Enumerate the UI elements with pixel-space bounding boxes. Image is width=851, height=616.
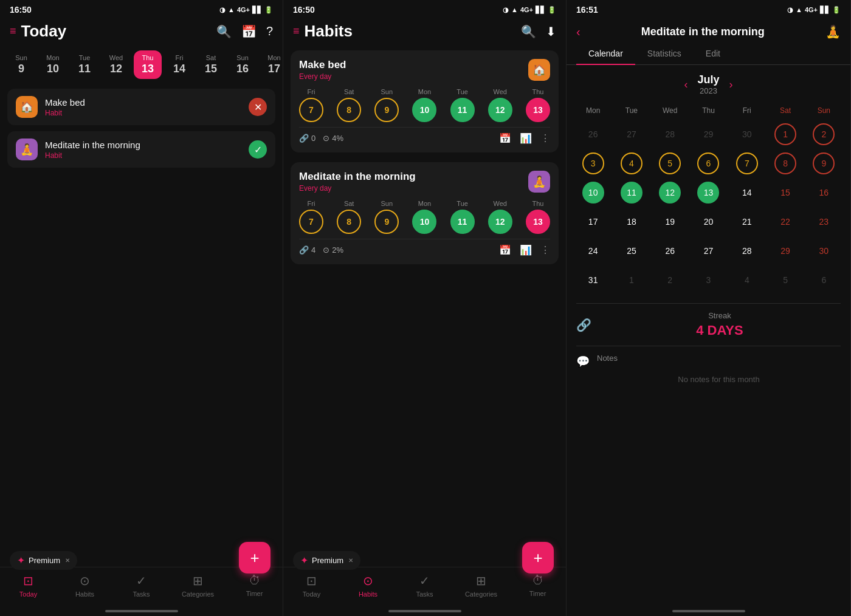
more-footer-icon-2[interactable]: ⋮ (540, 244, 550, 256)
cell-6-next-sun[interactable]: 6 (805, 267, 843, 293)
cell-1-next[interactable]: 1 (612, 267, 650, 293)
tab-statistics[interactable]: Statistics (635, 43, 694, 64)
cell-12[interactable]: 12 (651, 179, 689, 206)
tab-edit[interactable]: Edit (694, 43, 732, 64)
date-mon-10[interactable]: Mon 10 (39, 50, 67, 79)
cell-30-other[interactable]: 30 (728, 121, 766, 148)
cell-29-sat[interactable]: 29 (766, 238, 804, 264)
cell-5[interactable]: 5 (651, 150, 689, 177)
next-month-button[interactable]: › (729, 78, 733, 91)
stats-footer-icon-2[interactable]: 📊 (520, 244, 532, 256)
make-bed-check[interactable]: ✕ (249, 98, 267, 116)
cell-30-sun[interactable]: 30 (805, 238, 843, 264)
cell-14[interactable]: 14 (728, 179, 766, 206)
premium-badge-1[interactable]: ✦ Premium ✕ (10, 551, 77, 570)
premium-label-2: Premium (312, 556, 343, 565)
cell-29-other[interactable]: 29 (689, 121, 728, 148)
cell-9-sun[interactable]: 9 (805, 150, 843, 177)
cell-25[interactable]: 25 (612, 238, 650, 264)
nav-categories-2[interactable]: ⊞ Categories (463, 573, 500, 598)
cell-19[interactable]: 19 (651, 208, 689, 235)
cell-26-other[interactable]: 26 (574, 121, 612, 148)
habit-make-bed[interactable]: 🏠 Make bed Habit ✕ (7, 89, 275, 125)
help-icon[interactable]: ? (266, 24, 273, 38)
cell-10[interactable]: 10 (574, 179, 612, 206)
dow-fri: Fri (728, 104, 766, 117)
nav-habits-1[interactable]: ⊙ Habits (67, 573, 103, 598)
date-sat-15[interactable]: Sat 15 (197, 50, 225, 79)
cell-13[interactable]: 13 (689, 179, 728, 206)
premium-close-2[interactable]: ✕ (348, 557, 353, 564)
cell-16-sun[interactable]: 16 (805, 179, 843, 206)
cell-8-sat[interactable]: 8 (766, 150, 804, 177)
calendar-icon[interactable]: 📅 (241, 24, 257, 39)
cell-27[interactable]: 27 (689, 238, 728, 264)
cell-6[interactable]: 6 (689, 150, 728, 177)
calendar-footer-icon-1[interactable]: 📅 (499, 132, 511, 144)
dow-wed: Wed (651, 104, 689, 117)
calendar-footer-icon-2[interactable]: 📅 (499, 244, 511, 256)
fab-1[interactable]: + (239, 542, 270, 573)
cell-28-other[interactable]: 28 (651, 121, 689, 148)
cell-5-next-sat[interactable]: 5 (766, 267, 804, 293)
cell-21[interactable]: 21 (728, 208, 766, 235)
cell-31[interactable]: 31 (574, 267, 612, 293)
cell-3[interactable]: 3 (574, 150, 612, 177)
cell-24[interactable]: 24 (574, 238, 612, 264)
premium-close-1[interactable]: ✕ (65, 557, 70, 564)
cell-15-sat[interactable]: 15 (766, 179, 804, 206)
nav-today-1[interactable]: ⊡ Today (10, 573, 47, 598)
nav-today-label-2: Today (303, 590, 320, 598)
fab-2[interactable]: + (522, 542, 554, 573)
date-sun-16[interactable]: Sun 16 (229, 50, 257, 79)
date-wed-12[interactable]: Wed 12 (102, 50, 130, 79)
cell-4[interactable]: 4 (612, 150, 650, 177)
search-icon[interactable]: 🔍 (216, 24, 232, 39)
nav-timer-2[interactable]: ⏱ Timer (520, 573, 556, 598)
date-fri-14[interactable]: Fri 14 (165, 50, 193, 79)
date-tue-11[interactable]: Tue 11 (71, 50, 98, 79)
cell-27-other[interactable]: 27 (612, 121, 650, 148)
nav-habits-icon-1: ⊙ (80, 573, 90, 588)
date-mon-17[interactable]: Mon 17 (260, 50, 283, 79)
menu-icon-2[interactable]: ≡ (293, 25, 300, 38)
nav-habits-2[interactable]: ⊙ Habits (350, 573, 387, 598)
nav-categories-1[interactable]: ⊞ Categories (180, 573, 216, 598)
prev-month-button[interactable]: ‹ (684, 78, 687, 91)
cell-2-sun[interactable]: 2 (805, 121, 843, 148)
cell-20[interactable]: 20 (689, 208, 728, 235)
more-footer-icon-1[interactable]: ⋮ (540, 132, 550, 144)
date-sun-9[interactable]: Sun 9 (7, 50, 35, 79)
cell-22-sat[interactable]: 22 (766, 208, 804, 235)
cell-11[interactable]: 11 (612, 179, 650, 206)
cell-17[interactable]: 17 (574, 208, 612, 235)
nav-today-2[interactable]: ⊡ Today (294, 573, 330, 598)
cell-28[interactable]: 28 (728, 238, 766, 264)
cell-7[interactable]: 7 (728, 150, 766, 177)
cell-2-next[interactable]: 2 (651, 267, 689, 293)
premium-badge-2[interactable]: ✦ Premium ✕ (293, 551, 360, 570)
nav-tasks-1[interactable]: ✓ Tasks (123, 573, 160, 598)
cell-23-sun[interactable]: 23 (805, 208, 843, 235)
back-button[interactable]: ‹ (576, 25, 581, 39)
cell-4-next[interactable]: 4 (728, 267, 766, 293)
cell-1-sat[interactable]: 1 (766, 121, 804, 148)
download-icon[interactable]: ⬇ (546, 24, 556, 39)
cell-26[interactable]: 26 (651, 238, 689, 264)
date-thu-13[interactable]: Thu 13 (134, 50, 162, 79)
nav-categories-label-1: Categories (182, 590, 214, 598)
meditate-check[interactable]: ✓ (249, 140, 267, 159)
habit-card-meditate[interactable]: Meditate in the morning Every day 🧘 Fri … (291, 162, 559, 264)
menu-icon[interactable]: ≡ (10, 25, 16, 38)
habit-meditate[interactable]: 🧘 Meditate in the morning Habit ✓ (7, 131, 275, 168)
cell-18[interactable]: 18 (612, 208, 650, 235)
habit-card-make-bed[interactable]: Make bed Every day 🏠 Fri 7 Sat 8 Sun 9 M… (291, 50, 559, 152)
tab-calendar[interactable]: Calendar (576, 43, 635, 64)
search-icon-2[interactable]: 🔍 (521, 24, 536, 39)
nav-timer-1[interactable]: ⏱ Timer (236, 573, 273, 598)
meditate-name: Meditate in the morning (45, 140, 241, 150)
stats-footer-icon-1[interactable]: 📊 (520, 132, 532, 144)
nav-tasks-icon-1: ✓ (136, 573, 146, 588)
nav-tasks-2[interactable]: ✓ Tasks (407, 573, 443, 598)
cell-3-next[interactable]: 3 (689, 267, 728, 293)
